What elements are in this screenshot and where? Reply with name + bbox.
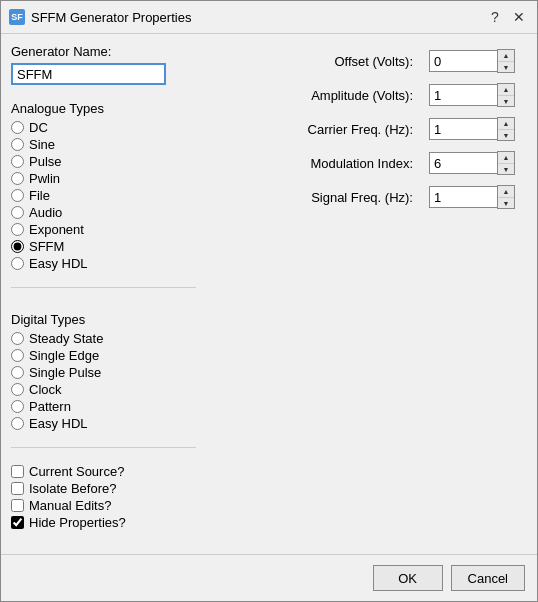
digital-types-title: Digital Types [11, 312, 196, 327]
carrier-freq-spinbox-buttons: ▲ ▼ [497, 117, 515, 141]
analogue-types-group: DC Sine Pulse Pwlin [11, 120, 196, 271]
modulation-index-spinbox-buttons: ▲ ▼ [497, 151, 515, 175]
analogue-types-section: Analogue Types DC Sine Pulse [11, 93, 196, 271]
offset-spinbox: ▲ ▼ [429, 49, 519, 73]
radio-single-pulse[interactable]: Single Pulse [11, 365, 196, 380]
right-panel: Offset (Volts): ▲ ▼ Amplitude (Volts): ▲… [206, 44, 527, 544]
checkbox-manual-edits[interactable]: Manual Edits? [11, 498, 196, 513]
amplitude-spinbox-buttons: ▲ ▼ [497, 83, 515, 107]
radio-dc[interactable]: DC [11, 120, 196, 135]
offset-spinbox-buttons: ▲ ▼ [497, 49, 515, 73]
offset-label: Offset (Volts): [214, 54, 421, 69]
generator-name-section: Generator Name: [11, 44, 196, 85]
checkbox-current-source[interactable]: Current Source? [11, 464, 196, 479]
radio-single-edge[interactable]: Single Edge [11, 348, 196, 363]
radio-easy-hdl2[interactable]: Easy HDL [11, 416, 196, 431]
radio-single-pulse-label: Single Pulse [29, 365, 101, 380]
radio-pulse[interactable]: Pulse [11, 154, 196, 169]
radio-file[interactable]: File [11, 188, 196, 203]
radio-easyhdl-label: Easy HDL [29, 256, 88, 271]
radio-audio[interactable]: Audio [11, 205, 196, 220]
radio-sffm-label: SFFM [29, 239, 64, 254]
offset-decrement-button[interactable]: ▼ [498, 61, 514, 72]
modulation-index-label: Modulation Index: [214, 156, 421, 171]
carrier-freq-label: Carrier Freq. (Hz): [214, 122, 421, 137]
modulation-index-input[interactable] [429, 152, 497, 174]
radio-sine-label: Sine [29, 137, 55, 152]
dialog-footer: OK Cancel [1, 554, 537, 601]
radio-exponent[interactable]: Exponent [11, 222, 196, 237]
property-row-offset: Offset (Volts): ▲ ▼ [206, 44, 527, 78]
radio-pattern-label: Pattern [29, 399, 71, 414]
carrier-freq-decrement-button[interactable]: ▼ [498, 129, 514, 140]
radio-steady-state[interactable]: Steady State [11, 331, 196, 346]
generator-name-input[interactable] [11, 63, 166, 85]
property-row-signal-freq: Signal Freq. (Hz): ▲ ▼ [206, 180, 527, 214]
dialog: SF SFFM Generator Properties ? ✕ Generat… [0, 0, 538, 602]
radio-steady-state-label: Steady State [29, 331, 103, 346]
signal-freq-input[interactable] [429, 186, 497, 208]
radio-clock[interactable]: Clock [11, 382, 196, 397]
digital-types-group: Steady State Single Edge Single Pulse Cl… [11, 331, 196, 431]
modulation-index-spinbox: ▲ ▼ [429, 151, 519, 175]
signal-freq-spinbox-buttons: ▲ ▼ [497, 185, 515, 209]
radio-file-label: File [29, 188, 50, 203]
signal-freq-label: Signal Freq. (Hz): [214, 190, 421, 205]
amplitude-decrement-button[interactable]: ▼ [498, 95, 514, 106]
radio-sine[interactable]: Sine [11, 137, 196, 152]
signal-freq-increment-button[interactable]: ▲ [498, 186, 514, 197]
amplitude-input[interactable] [429, 84, 497, 106]
radio-pwlin[interactable]: Pwlin [11, 171, 196, 186]
checkbox-current-source-label: Current Source? [29, 464, 124, 479]
checkbox-hide-properties[interactable]: Hide Properties? [11, 515, 196, 530]
carrier-freq-increment-button[interactable]: ▲ [498, 118, 514, 129]
generator-name-label: Generator Name: [11, 44, 196, 59]
radio-pattern[interactable]: Pattern [11, 399, 196, 414]
checkbox-isolate-before[interactable]: Isolate Before? [11, 481, 196, 496]
radio-dc-label: DC [29, 120, 48, 135]
radio-easyhdl[interactable]: Easy HDL [11, 256, 196, 271]
radio-audio-label: Audio [29, 205, 62, 220]
divider [11, 287, 196, 288]
amplitude-increment-button[interactable]: ▲ [498, 84, 514, 95]
checkbox-hide-properties-label: Hide Properties? [29, 515, 126, 530]
modulation-index-decrement-button[interactable]: ▼ [498, 163, 514, 174]
analogue-types-title: Analogue Types [11, 101, 196, 116]
radio-exponent-label: Exponent [29, 222, 84, 237]
carrier-freq-input[interactable] [429, 118, 497, 140]
radio-easy-hdl2-label: Easy HDL [29, 416, 88, 431]
divider2 [11, 447, 196, 448]
radio-clock-label: Clock [29, 382, 62, 397]
carrier-freq-spinbox: ▲ ▼ [429, 117, 519, 141]
left-panel: Generator Name: Analogue Types DC Sine [11, 44, 196, 544]
signal-freq-spinbox: ▲ ▼ [429, 185, 519, 209]
digital-types-section: Digital Types Steady State Single Edge S… [11, 304, 196, 431]
property-row-modulation-index: Modulation Index: ▲ ▼ [206, 146, 527, 180]
amplitude-label: Amplitude (Volts): [214, 88, 421, 103]
spacer [206, 214, 527, 544]
modulation-index-increment-button[interactable]: ▲ [498, 152, 514, 163]
titlebar: SF SFFM Generator Properties ? ✕ [1, 1, 537, 34]
dialog-title: SFFM Generator Properties [31, 10, 485, 25]
offset-increment-button[interactable]: ▲ [498, 50, 514, 61]
radio-sffm[interactable]: SFFM [11, 239, 196, 254]
radio-pulse-label: Pulse [29, 154, 62, 169]
dialog-body: Generator Name: Analogue Types DC Sine [1, 34, 537, 554]
radio-pwlin-label: Pwlin [29, 171, 60, 186]
checkbox-manual-edits-label: Manual Edits? [29, 498, 111, 513]
checkbox-isolate-before-label: Isolate Before? [29, 481, 116, 496]
cancel-button[interactable]: Cancel [451, 565, 525, 591]
help-button[interactable]: ? [485, 7, 505, 27]
close-button[interactable]: ✕ [509, 7, 529, 27]
titlebar-buttons: ? ✕ [485, 7, 529, 27]
amplitude-spinbox: ▲ ▼ [429, 83, 519, 107]
radio-single-edge-label: Single Edge [29, 348, 99, 363]
offset-input[interactable] [429, 50, 497, 72]
signal-freq-decrement-button[interactable]: ▼ [498, 197, 514, 208]
dialog-icon: SF [9, 9, 25, 25]
ok-button[interactable]: OK [373, 565, 443, 591]
property-row-carrier-freq: Carrier Freq. (Hz): ▲ ▼ [206, 112, 527, 146]
checkbox-group: Current Source? Isolate Before? Manual E… [11, 464, 196, 530]
property-row-amplitude: Amplitude (Volts): ▲ ▼ [206, 78, 527, 112]
